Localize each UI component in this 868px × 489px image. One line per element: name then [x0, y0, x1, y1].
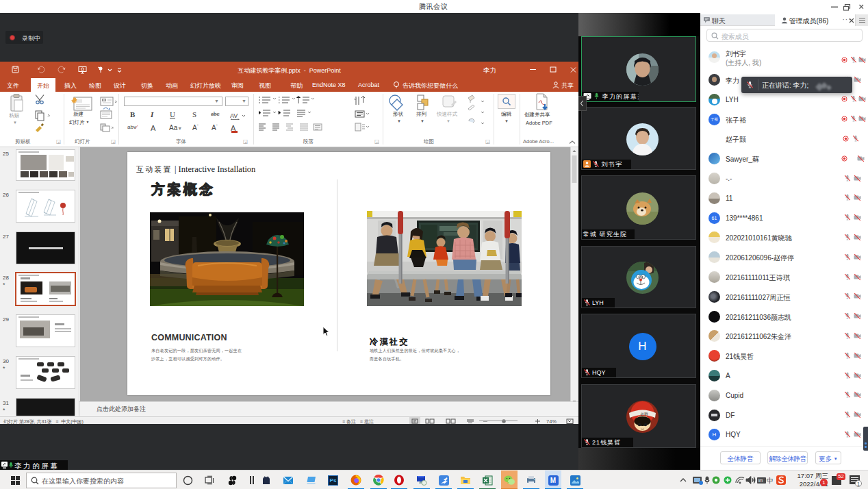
- svg-text:74%: 74%: [546, 418, 557, 424]
- svg-text:im: im: [758, 478, 763, 483]
- svg-text:中: 中: [767, 477, 774, 484]
- svg-text:AV: AV: [230, 112, 238, 119]
